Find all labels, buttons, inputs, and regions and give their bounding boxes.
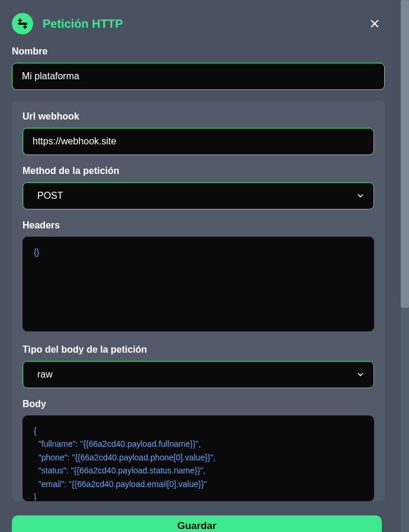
webhook-url-input[interactable] [22,128,374,155]
method-value: POST [22,182,374,209]
save-button[interactable]: Guardar [12,515,382,532]
outer-scrollbar-thumb[interactable] [401,0,409,308]
http-request-dialog: Petición HTTP Nombre Url webhook Method … [0,0,397,532]
name-label: Nombre [12,46,385,57]
bodytype-label: Tipo del body de la petición [22,344,374,355]
webhook-label: Url webhook [22,111,374,122]
method-select[interactable]: POST [22,182,374,209]
headers-field-group: Headers [22,220,374,334]
body-textarea[interactable] [22,415,374,501]
method-field-group: Method de la petición POST [22,166,374,209]
name-field-group: Nombre [0,46,397,90]
close-icon [369,18,380,29]
headers-textarea[interactable] [22,237,374,331]
close-button[interactable] [365,16,385,31]
bodytype-select[interactable]: raw [22,361,374,388]
http-icon [12,13,33,34]
bodytype-value: raw [22,361,374,388]
save-button-label: Guardar [177,520,216,532]
name-input[interactable] [12,63,385,90]
body-label: Body [22,399,374,410]
config-panel: Url webhook Method de la petición POST H… [12,101,385,501]
headers-label: Headers [22,220,374,231]
bodytype-field-group: Tipo del body de la petición raw [22,344,374,388]
method-label: Method de la petición [22,166,374,176]
outer-scrollbar-track[interactable] [401,0,409,532]
body-field-group: Body [22,399,374,501]
dialog-header: Petición HTTP [0,0,397,46]
webhook-field-group: Url webhook [22,111,374,155]
dialog-title: Petición HTTP [43,17,355,31]
